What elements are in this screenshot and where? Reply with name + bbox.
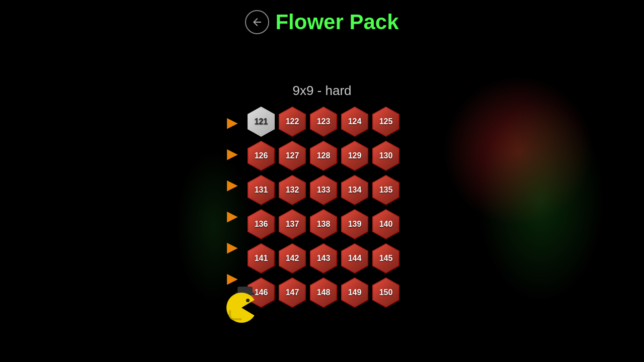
hex-cell-140[interactable]: 140 xyxy=(371,208,400,240)
hex-shape-125: 125 xyxy=(372,107,399,137)
hex-cell-141[interactable]: 141 xyxy=(247,242,276,275)
hex-number-134: 134 xyxy=(348,186,362,195)
arrow-1: ▶ xyxy=(227,115,237,131)
hex-cell-122[interactable]: 122 xyxy=(278,106,307,138)
hex-cell-129[interactable]: 129 xyxy=(340,140,369,172)
hex-cell-128[interactable]: 128 xyxy=(309,140,338,172)
hex-number-136: 136 xyxy=(255,220,268,229)
header: Flower Pack xyxy=(0,10,644,34)
hex-cell-137[interactable]: 137 xyxy=(278,208,307,240)
hex-number-147: 147 xyxy=(286,288,299,297)
hex-number-121: 121 xyxy=(255,117,268,126)
hex-shape-136: 136 xyxy=(248,209,275,239)
hex-number-142: 142 xyxy=(286,254,299,263)
hex-shape-145: 145 xyxy=(372,243,399,274)
hex-cell-123[interactable]: 123 xyxy=(309,106,338,138)
hex-shape-121: 121 xyxy=(248,107,275,137)
hex-grid-wrapper: 1211221231241251261271281291301311321331… xyxy=(247,106,400,309)
hex-shape-129: 129 xyxy=(341,141,368,171)
hex-number-139: 139 xyxy=(348,220,362,229)
hex-number-128: 128 xyxy=(317,151,331,160)
hex-cell-130[interactable]: 130 xyxy=(371,140,400,172)
hex-cell-132[interactable]: 132 xyxy=(278,174,307,206)
hex-row-4: 141142143144145 xyxy=(247,242,400,275)
hex-shape-137: 137 xyxy=(279,209,306,239)
hex-cell-138[interactable]: 138 xyxy=(309,208,338,240)
hex-shape-147: 147 xyxy=(279,278,306,308)
hex-shape-128: 128 xyxy=(310,141,337,171)
left-hex-4: ▶ xyxy=(219,202,245,231)
back-arrow-icon xyxy=(251,16,263,28)
arrow-6: ▶ xyxy=(227,271,237,287)
hex-cell-124[interactable]: 124 xyxy=(340,106,369,138)
hex-shape-130: 130 xyxy=(372,141,399,171)
hex-shape-144: 144 xyxy=(341,243,368,274)
hex-shape-127: 127 xyxy=(279,141,306,171)
back-button[interactable] xyxy=(245,10,269,34)
hex-number-132: 132 xyxy=(286,186,299,195)
hex-cell-144[interactable]: 144 xyxy=(340,242,369,275)
hex-row-0: 121122123124125 xyxy=(247,106,400,138)
pacman-body xyxy=(226,293,257,323)
hex-cell-149[interactable]: 149 xyxy=(340,277,369,309)
hex-shape-149: 149 xyxy=(341,278,368,308)
hex-shape-135: 135 xyxy=(372,175,399,205)
hex-row-3: 136137138139140 xyxy=(247,208,400,240)
pacman-character xyxy=(226,287,267,332)
hex-number-125: 125 xyxy=(379,117,393,126)
hex-shape-131: 131 xyxy=(248,175,275,205)
hex-number-130: 130 xyxy=(379,151,393,160)
hex-cell-145[interactable]: 145 xyxy=(371,242,400,275)
arrow-5: ▶ xyxy=(227,240,237,255)
hex-cell-139[interactable]: 139 xyxy=(340,208,369,240)
hex-number-145: 145 xyxy=(379,254,393,263)
hex-number-143: 143 xyxy=(317,254,331,263)
hex-number-122: 122 xyxy=(286,117,299,126)
hex-number-140: 140 xyxy=(379,220,393,229)
hex-shape-140: 140 xyxy=(372,209,399,239)
hex-cell-135[interactable]: 135 xyxy=(371,174,400,206)
hex-shape-123: 123 xyxy=(310,107,337,137)
hex-number-127: 127 xyxy=(286,151,299,160)
hex-shape-142: 142 xyxy=(279,243,306,274)
hex-number-123: 123 xyxy=(317,117,331,126)
hex-shape-122: 122 xyxy=(279,107,306,137)
hex-cell-126[interactable]: 126 xyxy=(247,140,276,172)
hex-cell-133[interactable]: 133 xyxy=(309,174,338,206)
hex-shape-139: 139 xyxy=(341,209,368,239)
hex-number-126: 126 xyxy=(255,151,268,160)
hex-number-131: 131 xyxy=(255,186,268,195)
hex-shape-132: 132 xyxy=(279,175,306,205)
hex-cell-131[interactable]: 131 xyxy=(247,174,276,206)
hex-row-1: 126127128129130 xyxy=(247,140,400,172)
hex-shape-143: 143 xyxy=(310,243,337,274)
hex-number-150: 150 xyxy=(379,288,393,297)
hex-shape-150: 150 xyxy=(372,278,399,308)
pacman-body-wrapper xyxy=(226,293,267,323)
hex-number-133: 133 xyxy=(317,186,331,195)
bg-glow-green xyxy=(478,101,604,302)
hex-shape-124: 124 xyxy=(341,107,368,137)
hex-number-137: 137 xyxy=(286,220,299,229)
arrow-2: ▶ xyxy=(227,146,237,162)
hex-cell-125[interactable]: 125 xyxy=(371,106,400,138)
pacman-beard xyxy=(229,310,242,320)
page-title: Flower Pack xyxy=(275,10,398,34)
hex-cell-150[interactable]: 150 xyxy=(371,277,400,309)
hex-shape-138: 138 xyxy=(310,209,337,239)
hex-number-149: 149 xyxy=(348,288,362,297)
hex-cell-148[interactable]: 148 xyxy=(309,277,338,309)
arrow-3: ▶ xyxy=(227,177,237,193)
hex-cell-134[interactable]: 134 xyxy=(340,174,369,206)
hex-cell-147[interactable]: 147 xyxy=(278,277,307,309)
hex-cell-136[interactable]: 136 xyxy=(247,208,276,240)
hex-cell-127[interactable]: 127 xyxy=(278,140,307,172)
hex-cell-121[interactable]: 121 xyxy=(247,106,276,138)
hex-cell-142[interactable]: 142 xyxy=(278,242,307,275)
left-panel: ▶ ▶ ▶ ▶ ▶ ▶ xyxy=(219,108,245,293)
hex-cell-143[interactable]: 143 xyxy=(309,242,338,275)
hex-number-138: 138 xyxy=(317,220,331,229)
hex-number-141: 141 xyxy=(255,254,268,263)
left-hex-5: ▶ xyxy=(219,233,245,262)
hex-shape-134: 134 xyxy=(341,175,368,205)
